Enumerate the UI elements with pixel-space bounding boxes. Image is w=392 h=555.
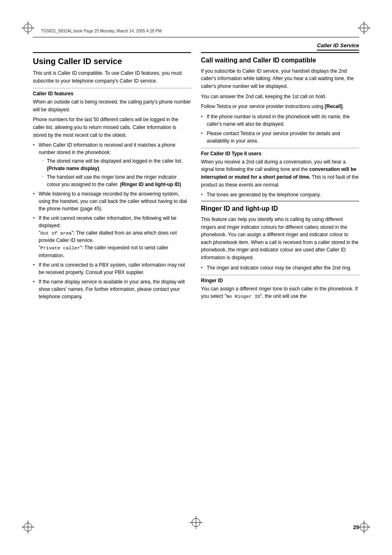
type2-bullet-1: The tones are generated by the telephone… (201, 191, 359, 198)
bullet-4: If the unit is connected to a PBX system… (33, 261, 191, 276)
sub-bullet-1b-bold: (Ringer ID and light-up ID) (120, 182, 181, 187)
sub-bullet-1b: The handset will use the ringer tone and… (42, 173, 191, 188)
main-section-title: Using Caller ID service (33, 56, 191, 66)
main-content: Using Caller ID service This unit is Cal… (33, 47, 359, 514)
sub-bullet-1a-bold: (Private name display) (47, 166, 99, 171)
cw-bullet-1: If the phone number is stored in the pho… (201, 113, 359, 128)
caller-id-type2-para: When you receive a 2nd call during a con… (201, 158, 359, 189)
header-file-info: TG5831_5832AL.book Page 25 Monday, March… (41, 29, 161, 33)
bullet-3-out-of-area: "Out of area": The caller dialled from a… (39, 230, 177, 243)
crosshair-bottom-right (357, 520, 371, 534)
recall-bold: [Recall] (325, 104, 342, 109)
call-waiting-bullets: If the phone number is stored in the pho… (201, 113, 359, 145)
page: TG5831_5832AL.book Page 25 Monday, March… (0, 0, 392, 555)
left-top-divider (33, 52, 191, 53)
call-waiting-title: Call waiting and Caller ID compatible (201, 56, 359, 65)
bullet-2: While listening to a message recorded by… (33, 190, 191, 212)
ringer-id-sub-title: Ringer ID (201, 275, 359, 283)
sub-bullet-list-1: The stored name will be displayed and lo… (39, 157, 191, 188)
caller-id-para2: Phone numbers for the last 50 different … (33, 116, 191, 139)
right-column: Call waiting and Caller ID compatible If… (201, 47, 359, 514)
crosshair-bottom-left (21, 520, 35, 534)
interrupted-bold: conversation will be interrupted or mute… (201, 166, 356, 180)
type2-bullets: The tones are generated by the telephone… (201, 191, 359, 198)
right-top-divider (201, 52, 359, 53)
ringer-id-sub-para: You can assign a different ringer tone t… (201, 285, 359, 300)
caller-id-type2-title: For Caller ID Type II users (201, 148, 359, 157)
ringer-id-bullet-1: The ringer and indicator colour may be c… (201, 264, 359, 272)
bullet-1: When Caller ID information is received a… (33, 141, 191, 188)
call-waiting-para3: Follow Telstra or your service provider … (201, 103, 359, 111)
caller-id-bullets: When Caller ID information is received a… (33, 141, 191, 300)
caller-id-features-title: Caller ID features (33, 88, 191, 97)
bullet-3-private-caller: "Private caller": The caller requested n… (39, 245, 168, 258)
no-ringer-id-code: No Ringer ID (226, 294, 261, 299)
ringer-id-title: Ringer ID and light-up ID (201, 201, 359, 213)
crosshair-top-left (21, 21, 35, 35)
crosshair-bottom-center (189, 516, 203, 530)
bullet-5: If the name display service is available… (33, 278, 191, 300)
page-number: 25 (353, 524, 359, 530)
call-waiting-para1: If you subscribe to Caller ID service, y… (201, 67, 359, 90)
crosshair-top-right (357, 21, 371, 35)
bullet-3: If the unit cannot receive caller inform… (33, 214, 191, 259)
cw-bullet-2: Please contact Telstra or your service p… (201, 130, 359, 145)
intro-paragraph: This unit is Caller ID compatible. To us… (33, 69, 191, 85)
sub-bullet-1a: The stored name will be displayed and lo… (42, 157, 191, 172)
caller-id-para1: When an outside call is being received, … (33, 98, 191, 113)
call-waiting-para2: You can answer the 2nd call, keeping the… (201, 93, 359, 101)
left-column: Using Caller ID service This unit is Cal… (33, 47, 191, 514)
ringer-id-para1: This feature can help you identify who i… (201, 216, 359, 262)
ringer-id-bullets: The ringer and indicator colour may be c… (201, 264, 359, 272)
bullet-1-text: When Caller ID information is received a… (39, 142, 175, 155)
header-divider (33, 37, 359, 37)
bullet-3-text: If the unit cannot receive caller inform… (39, 215, 177, 228)
